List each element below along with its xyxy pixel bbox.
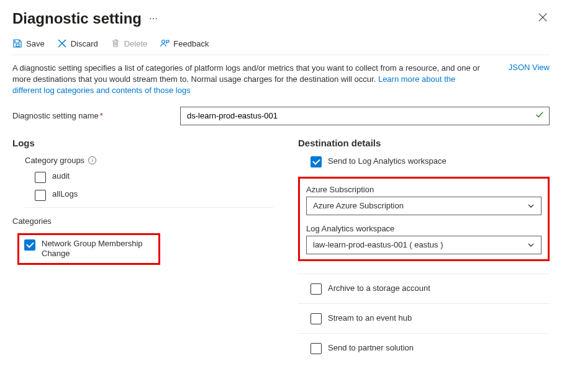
delete-label: Delete	[124, 39, 148, 48]
destination-column: Destination details Send to Log Analytic…	[298, 138, 550, 363]
ellipsis-icon[interactable]: ⋯	[149, 14, 158, 24]
send-law-checkbox[interactable]	[310, 156, 322, 167]
send-law-row[interactable]: Send to Log Analytics workspace	[298, 156, 550, 176]
svg-point-0	[162, 40, 165, 43]
partner-row[interactable]: Send to partner solution	[298, 333, 550, 363]
name-input-wrapper[interactable]	[180, 107, 550, 125]
feedback-icon	[160, 38, 170, 48]
name-label-text: Diagnostic setting name	[12, 111, 99, 120]
destination-title: Destination details	[298, 138, 550, 148]
delete-button: Delete	[111, 38, 148, 48]
workspace-field: Log Analytics workspace law-learn-prod-e…	[306, 224, 542, 254]
save-icon	[12, 38, 22, 48]
audit-label: audit	[52, 171, 70, 182]
partner-checkbox[interactable]	[310, 343, 322, 354]
audit-checkbox[interactable]	[35, 172, 46, 183]
audit-row[interactable]: audit	[25, 171, 273, 183]
categories-label: Categories	[12, 216, 273, 226]
page-title: Diagnostic setting	[12, 10, 142, 27]
name-input[interactable]	[181, 107, 535, 125]
workspace-label: Log Analytics workspace	[306, 224, 542, 233]
save-label: Save	[26, 39, 45, 48]
discard-button[interactable]: Discard	[57, 38, 98, 48]
category-item-label: Network Group Membership Change	[42, 239, 147, 260]
workspace-value: law-learn-prod-eastus-001 ( eastus )	[313, 240, 443, 249]
name-label: Diagnostic setting name*	[12, 111, 174, 120]
category-groups-header: Category groups i	[25, 156, 273, 165]
alllogs-checkbox[interactable]	[35, 190, 46, 201]
send-law-label: Send to Log Analytics workspace	[328, 156, 446, 167]
close-icon[interactable]	[536, 11, 550, 27]
feedback-button[interactable]: Feedback	[160, 38, 209, 48]
description-row: A diagnostic setting specifies a list of…	[12, 63, 550, 97]
page-header: Diagnostic setting ⋯	[12, 10, 550, 27]
highlight-destination: Azure Subscription Azure Azure Subscript…	[298, 177, 550, 261]
alllogs-row[interactable]: allLogs	[25, 189, 273, 201]
name-form-row: Diagnostic setting name*	[12, 107, 550, 125]
delete-icon	[111, 38, 120, 48]
subscription-value: Azure Azure Subscription	[313, 201, 404, 210]
save-button[interactable]: Save	[12, 38, 45, 48]
discard-label: Discard	[71, 39, 98, 48]
archive-checkbox[interactable]	[310, 283, 322, 295]
partner-label: Send to partner solution	[328, 343, 414, 354]
discard-icon	[57, 38, 67, 48]
category-item-row[interactable]: Network Group Membership Change	[24, 239, 153, 260]
archive-row[interactable]: Archive to a storage account	[298, 274, 550, 303]
highlight-categories: Network Group Membership Change	[17, 233, 160, 265]
category-groups-label: Category groups	[25, 156, 84, 165]
description-text: A diagnostic setting specifies a list of…	[12, 63, 484, 97]
subscription-field: Azure Subscription Azure Azure Subscript…	[306, 185, 542, 215]
divider	[25, 207, 273, 208]
required-asterisk: *	[100, 111, 103, 120]
eventhub-checkbox[interactable]	[310, 313, 322, 324]
eventhub-row[interactable]: Stream to an event hub	[298, 303, 550, 333]
toolbar: Save Discard Delete Feedback	[12, 38, 550, 55]
logs-title: Logs	[12, 138, 273, 148]
category-item-checkbox[interactable]	[24, 239, 35, 251]
info-icon[interactable]: i	[88, 156, 96, 164]
subscription-label: Azure Subscription	[306, 185, 542, 194]
workspace-select[interactable]: law-learn-prod-eastus-001 ( eastus )	[306, 236, 542, 254]
alllogs-label: allLogs	[52, 189, 78, 200]
logs-column: Logs Category groups i audit allLogs Cat…	[12, 138, 273, 363]
json-view-link[interactable]: JSON View	[509, 63, 550, 97]
chevron-down-icon	[527, 202, 535, 210]
subscription-select[interactable]: Azure Azure Subscription	[306, 197, 542, 215]
eventhub-label: Stream to an event hub	[328, 313, 412, 324]
main-columns: Logs Category groups i audit allLogs Cat…	[12, 138, 550, 363]
chevron-down-icon	[527, 241, 535, 249]
feedback-label: Feedback	[173, 39, 209, 48]
checkmark-icon	[535, 110, 544, 121]
archive-label: Archive to a storage account	[328, 283, 430, 294]
category-groups-section: Category groups i audit allLogs	[12, 156, 273, 201]
